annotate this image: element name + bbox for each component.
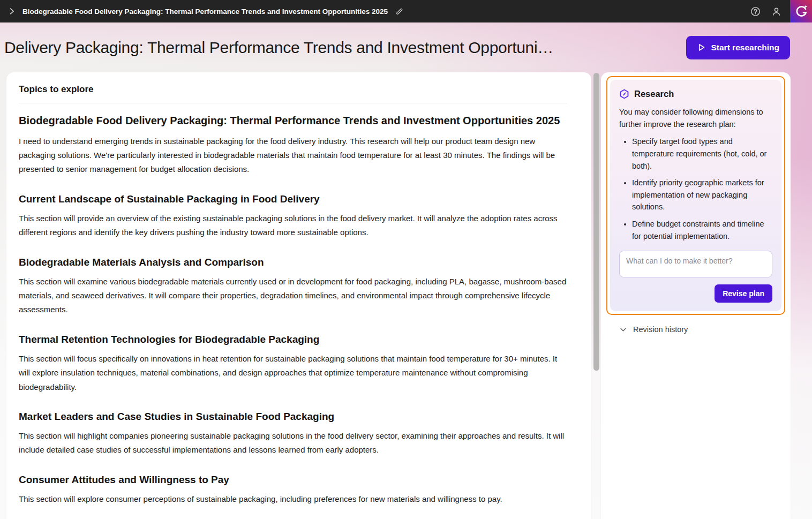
topic-overview: Biodegradable Food Delivery Packaging: T… xyxy=(19,114,567,177)
section-divider xyxy=(19,103,567,103)
research-panel-title: Research xyxy=(634,89,674,99)
page-header: Delivery Packaging: Thermal Performance … xyxy=(0,22,812,72)
topic-body: This section will highlight companies pi… xyxy=(19,429,567,457)
revision-history-label: Revision history xyxy=(633,325,688,334)
topic-thermal-retention: Thermal Retention Technologies for Biode… xyxy=(19,334,567,394)
topic-heading: Biodegradable Materials Analysis and Com… xyxy=(19,257,567,268)
topics-section-title: Topics to explore xyxy=(19,84,567,95)
research-compass-icon xyxy=(619,89,629,99)
research-intro-text: You may consider following dimensions to… xyxy=(619,106,772,131)
topic-heading: Thermal Retention Technologies for Biode… xyxy=(19,334,567,345)
revise-plan-button[interactable]: Revise plan xyxy=(715,284,772,303)
research-suggestions-card: Research You may consider following dime… xyxy=(606,76,785,315)
suggestion-item: Specify target food types and temperatur… xyxy=(632,136,772,172)
topic-body: I need to understand emerging trends in … xyxy=(19,134,567,177)
page-title: Delivery Packaging: Thermal Performance … xyxy=(4,39,673,57)
help-icon[interactable] xyxy=(750,6,761,17)
topic-market-leaders: Market Leaders and Case Studies in Susta… xyxy=(19,411,567,457)
topic-heading: Biodegradable Food Delivery Packaging: T… xyxy=(19,114,567,129)
topic-materials-analysis: Biodegradable Materials Analysis and Com… xyxy=(19,257,567,317)
start-researching-label: Start researching xyxy=(711,43,780,52)
expand-chevron-icon[interactable] xyxy=(7,7,16,16)
suggestion-item: Define budget constraints and timeline f… xyxy=(632,218,772,242)
play-icon xyxy=(697,43,706,52)
document-title: Biodegradable Food Delivery Packaging: T… xyxy=(22,7,388,16)
research-header: Research xyxy=(619,89,772,99)
topic-heading: Current Landscape of Sustainable Packagi… xyxy=(19,193,567,205)
topic-consumer-attitudes: Consumer Attitudes and Willingness to Pa… xyxy=(19,474,567,506)
user-icon[interactable] xyxy=(771,6,781,17)
research-assistant-panel: Research You may consider following dime… xyxy=(601,72,791,519)
topic-body: This section will focus specifically on … xyxy=(19,352,567,394)
app-logo[interactable] xyxy=(790,0,812,22)
start-researching-button[interactable]: Start researching xyxy=(686,36,791,59)
edit-title-icon[interactable] xyxy=(395,7,403,16)
topic-body: This section will explore consumer perce… xyxy=(19,492,567,506)
topic-heading: Consumer Attitudes and Willingness to Pa… xyxy=(19,474,567,486)
topic-body: This section will examine various biodeg… xyxy=(19,275,567,317)
content-scrollbar[interactable] xyxy=(593,73,599,371)
revise-plan-input[interactable] xyxy=(619,251,772,277)
research-suggestions-inner: Research You may consider following dime… xyxy=(610,80,781,311)
research-plan-card: Topics to explore Biodegradable Food Del… xyxy=(6,72,591,519)
research-suggestion-list: Specify target food types and temperatur… xyxy=(619,136,772,242)
chevron-down-icon xyxy=(619,326,627,334)
revision-history-toggle[interactable]: Revision history xyxy=(619,325,785,334)
top-bar: Biodegradable Food Delivery Packaging: T… xyxy=(0,0,812,22)
topic-body: This section will provide an overview of… xyxy=(19,212,567,240)
suggestion-item: Identify priority geographic markets for… xyxy=(632,177,772,213)
topic-heading: Market Leaders and Case Studies in Susta… xyxy=(19,411,567,423)
topic-current-landscape: Current Landscape of Sustainable Packagi… xyxy=(19,193,567,240)
